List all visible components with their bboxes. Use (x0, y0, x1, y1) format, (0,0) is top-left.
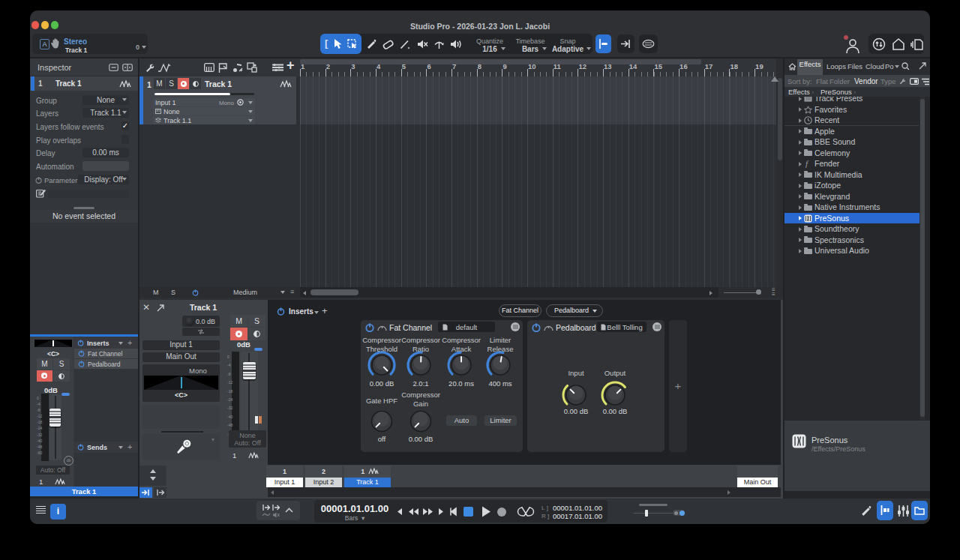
svg-text:f: f (806, 159, 809, 168)
